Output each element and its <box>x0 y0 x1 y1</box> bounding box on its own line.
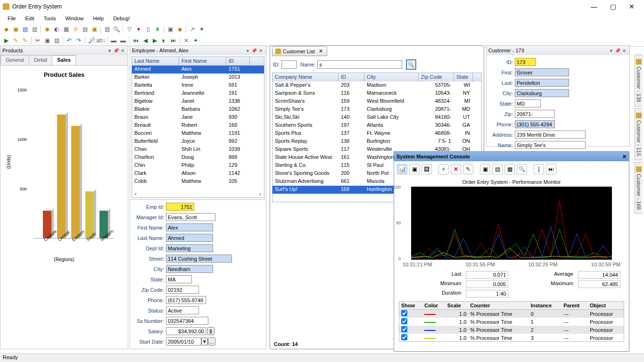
tb-gear-icon[interactable]: ◆ <box>175 25 184 33</box>
smc-zoom-icon[interactable]: 🔍 <box>517 164 527 174</box>
minimize-button[interactable]: — <box>585 1 603 12</box>
tb-layers-icon[interactable]: ▧ <box>103 25 111 33</box>
tb2-next-icon[interactable]: ▶ <box>150 36 159 45</box>
tb2-redo-icon[interactable]: ↷ <box>74 36 83 45</box>
smc-step-icon[interactable]: ⏭ <box>546 164 556 174</box>
start-cal[interactable]: … <box>208 337 215 346</box>
customer-menu-icon[interactable]: ▾ <box>608 48 614 53</box>
customer-close-icon[interactable]: ✕ <box>621 48 627 53</box>
col-company[interactable]: Company Name <box>272 73 339 82</box>
smc-pic-icon[interactable]: 🖼 <box>421 164 432 174</box>
tab-detail[interactable]: Detail <box>29 55 52 65</box>
smc-add-icon[interactable]: + <box>438 164 449 174</box>
counter-show[interactable] <box>401 334 407 340</box>
tb2-close-icon[interactable]: ✕ <box>182 36 190 45</box>
start-drop[interactable]: ▾ <box>201 337 208 346</box>
tb-db-icon[interactable]: ◉ <box>43 25 51 33</box>
col-zip[interactable]: Zip Code <box>419 73 454 82</box>
menu-window[interactable]: Window <box>60 15 88 22</box>
table-row[interactable]: Sampson & Sons116Mamaroneck10543-NY <box>272 90 481 98</box>
table-row[interactable]: BreaultRobert160 <box>132 122 264 130</box>
field-salary[interactable] <box>166 327 206 335</box>
smc-titlebar[interactable]: System Management Console ✕ <box>394 152 629 161</box>
pm-counter-grid[interactable]: ShowColorScaleCounterInstanceParentObjec… <box>399 301 624 342</box>
tb2-paste-icon[interactable]: ▤ <box>52 36 61 45</box>
tb-page-icon[interactable]: ▯ <box>144 25 152 33</box>
table-row[interactable]: Southern Sports197Atlanta30346-GA <box>272 122 481 130</box>
tb-save-icon[interactable]: ▤ <box>21 25 29 33</box>
table-row[interactable]: CharltonDoug888 <box>132 154 264 162</box>
tab-sales[interactable]: Sales <box>52 55 76 65</box>
tb2-play-icon[interactable]: ⏵ <box>160 36 168 45</box>
table-row[interactable]: ClarkAlison1142 <box>132 170 264 178</box>
tb2-copy-icon[interactable]: ▣ <box>43 36 51 45</box>
products-menu-icon[interactable]: ▾ <box>106 48 113 53</box>
tb-tree-icon[interactable]: ⋔ <box>153 25 162 33</box>
field-custzip[interactable] <box>515 110 555 118</box>
employee-close-icon[interactable]: ✕ <box>257 48 264 53</box>
counter-col[interactable]: Instance <box>529 302 562 310</box>
table-row[interactable]: BraunJane930 <box>132 114 264 122</box>
field-custid[interactable] <box>515 58 536 66</box>
smc-paste-icon[interactable]: ▤ <box>492 164 503 174</box>
table-row[interactable]: Salt & Pepper's203Madison53705-WI <box>272 82 481 90</box>
smc-list-icon[interactable]: ▦ <box>504 164 515 174</box>
tb-folder-icon[interactable]: ▣ <box>90 25 99 33</box>
counter-col[interactable]: Object <box>588 302 624 310</box>
tb2-first-icon[interactable]: ⏮ <box>132 36 140 45</box>
menu-help[interactable]: Help <box>89 15 109 22</box>
customer-pin-icon[interactable]: 📌 <box>614 48 621 53</box>
tb2-comment-icon[interactable]: ▬ <box>109 36 118 45</box>
field-custfirst[interactable] <box>515 68 569 76</box>
table-row[interactable]: AhmedAlex1751 <box>132 66 264 74</box>
sidetab-1[interactable]: Customer - 115 <box>635 108 643 160</box>
field-status[interactable] <box>166 306 199 314</box>
field-ss[interactable] <box>166 317 208 325</box>
menu-edit[interactable]: Edit <box>21 15 39 22</box>
tab-general[interactable]: General <box>0 55 29 65</box>
field-custphone[interactable] <box>515 120 555 128</box>
table-row[interactable]: BarkerJoseph1013 <box>132 74 264 82</box>
tb-search-icon[interactable]: 🔍 <box>112 25 121 33</box>
field-custname[interactable] <box>515 141 586 149</box>
tb-sort-icon[interactable]: ▾ <box>134 25 143 33</box>
tb-pie-icon[interactable]: ◐ <box>52 25 61 33</box>
employee-grid-body[interactable]: AhmedAlex1751BarkerJoseph1013BarlettaIre… <box>132 66 264 190</box>
smc-remove-icon[interactable]: ✕ <box>451 164 461 174</box>
sidetab-2[interactable]: Customer - 168 <box>635 162 643 214</box>
tb2-uncomment-icon[interactable]: ▬ <box>119 36 127 45</box>
tb2-cut-icon[interactable]: ✂ <box>33 36 42 45</box>
field-custstate[interactable] <box>515 99 541 107</box>
field-manager[interactable] <box>166 213 215 221</box>
smc-copy-icon[interactable]: ▣ <box>480 164 490 174</box>
smc-view-icon[interactable]: 📊 <box>397 164 407 174</box>
tb2-run-icon[interactable]: ▶ <box>2 36 10 45</box>
tb-exit-icon[interactable]: ↗ <box>188 25 197 33</box>
search-button[interactable]: 🔍 <box>406 59 416 70</box>
tb-saveall-icon[interactable]: ▥ <box>30 25 39 33</box>
col-firstname[interactable]: First Name <box>179 57 226 66</box>
col-lastname[interactable]: Last Name <box>132 57 179 66</box>
employee-pin-icon[interactable]: 📌 <box>251 48 257 53</box>
tb-grid-icon[interactable]: ▦ <box>62 25 70 33</box>
custlist-id-input[interactable] <box>281 60 297 69</box>
table-row[interactable]: Sports Plus137Ft. Wayne46808-IN <box>272 130 481 138</box>
col-custid[interactable]: ID <box>339 73 364 82</box>
field-custlast[interactable] <box>515 79 569 87</box>
table-row[interactable]: BertrandJeannette191 <box>132 90 264 98</box>
table-row[interactable]: ScrimShaw's159West Bloomfield48324-MI <box>272 98 481 106</box>
counter-col[interactable]: Show <box>399 302 422 310</box>
menu-debug[interactable]: Debug! <box>108 15 134 22</box>
field-custcity[interactable] <box>515 89 569 97</box>
table-row[interactable]: BlaikieBarbara1062 <box>132 106 264 114</box>
table-row[interactable]: ChaoShih Lin1039 <box>132 146 264 154</box>
col-state[interactable]: State <box>454 73 473 82</box>
custlist-tab[interactable]: Customer List ✕ <box>272 46 327 56</box>
close-button[interactable]: ✕ <box>622 1 641 12</box>
table-row[interactable]: Sports Replay138Burlington7 5- 1ON <box>272 138 481 146</box>
table-row[interactable]: BigelowJanet1336 <box>132 98 264 106</box>
counter-col[interactable]: Parent <box>561 302 588 310</box>
field-dept[interactable] <box>166 244 213 252</box>
tb2-find-icon[interactable]: 🔎 <box>87 36 96 45</box>
field-state[interactable] <box>166 275 192 283</box>
